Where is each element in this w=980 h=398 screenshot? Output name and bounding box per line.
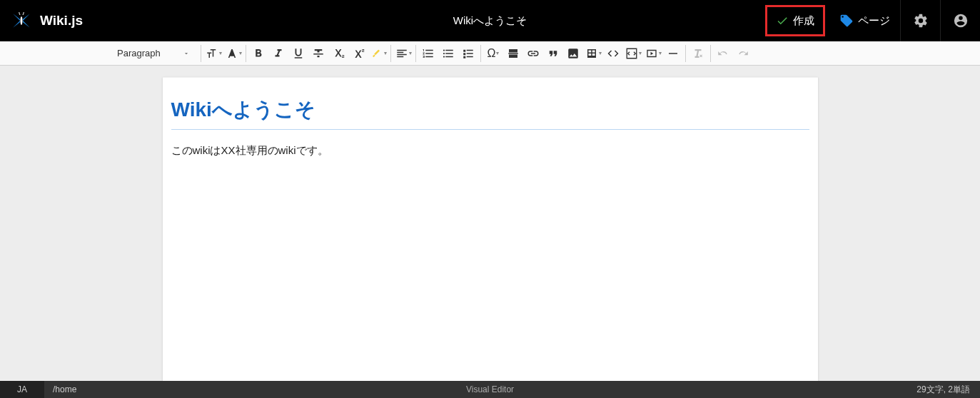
chevron-down-icon: ▾ <box>384 50 387 56</box>
chevron-down-icon: ▾ <box>496 50 499 56</box>
app-header: Wiki.js Wikiへようこそ 作成 ページ <box>0 0 980 41</box>
undo-button[interactable] <box>713 44 733 63</box>
page-title: Wikiへようこそ <box>453 14 527 28</box>
separator <box>480 45 481 62</box>
font-icon <box>226 47 238 60</box>
butterfly-icon <box>10 9 33 32</box>
create-button-label: 作成 <box>793 14 814 28</box>
image-icon <box>567 47 580 60</box>
underline-button[interactable] <box>288 44 308 63</box>
status-stats: 29文字, 2単語 <box>916 384 980 396</box>
unordered-list-button[interactable] <box>438 44 458 63</box>
separator <box>415 45 416 62</box>
align-button[interactable]: ▾ <box>393 44 413 63</box>
bold-icon <box>252 47 265 60</box>
chevron-down-icon: ▾ <box>659 50 662 56</box>
page-break-button[interactable] <box>503 44 523 63</box>
chevron-down-icon <box>183 50 190 57</box>
marker-icon <box>370 47 383 60</box>
ordered-list-button[interactable] <box>418 44 438 63</box>
italic-button[interactable] <box>268 44 288 63</box>
page-break-icon <box>507 47 520 60</box>
superscript-button[interactable] <box>348 44 368 63</box>
strike-icon <box>312 47 325 60</box>
table-icon <box>585 47 598 60</box>
chevron-down-icon: ▾ <box>219 50 222 56</box>
media-button[interactable]: ▾ <box>643 44 663 63</box>
hr-icon <box>667 47 680 60</box>
svg-point-0 <box>21 16 23 25</box>
status-mode: Visual Editor <box>466 384 514 394</box>
tag-icon <box>839 14 854 28</box>
page-button[interactable]: ページ <box>829 5 900 36</box>
redo-icon <box>737 47 749 60</box>
header-actions: 作成 ページ <box>765 0 980 41</box>
app-title: Wiki.js <box>40 13 83 29</box>
quote-button[interactable] <box>543 44 563 63</box>
status-path[interactable]: /home <box>44 384 76 394</box>
ordered-list-icon <box>422 47 435 60</box>
todo-list-button[interactable] <box>458 44 478 63</box>
font-size-button[interactable]: ▾ <box>203 44 223 63</box>
paragraph-select[interactable]: Paragraph <box>107 41 198 66</box>
settings-button[interactable] <box>900 0 940 41</box>
code-block-icon <box>625 47 638 60</box>
separator <box>685 45 686 62</box>
media-icon <box>645 47 658 60</box>
link-button[interactable] <box>523 44 543 63</box>
chevron-down-icon: ▾ <box>239 50 242 56</box>
image-button[interactable] <box>563 44 583 63</box>
chevron-down-icon: ▾ <box>639 50 642 56</box>
create-button[interactable]: 作成 <box>765 5 825 36</box>
content-body[interactable]: このwikiはXX社専用のwikiです。 <box>171 144 809 158</box>
subscript-button[interactable] <box>328 44 348 63</box>
separator <box>246 45 246 62</box>
strike-button[interactable] <box>308 44 328 63</box>
table-button[interactable]: ▾ <box>583 44 603 63</box>
clear-format-icon <box>692 47 704 60</box>
separator <box>710 45 711 62</box>
paragraph-select-label: Paragraph <box>117 48 161 58</box>
logo-area: Wiki.js <box>0 9 83 32</box>
separator <box>390 45 391 62</box>
code-icon <box>607 47 620 60</box>
highlight-button[interactable]: ▾ <box>368 44 388 63</box>
account-icon <box>953 13 969 29</box>
hr-button[interactable] <box>663 44 683 63</box>
gear-icon <box>913 13 929 29</box>
font-size-icon <box>206 47 218 60</box>
status-bar: JA /home Visual Editor 29文字, 2単語 <box>0 381 980 398</box>
editor-area: Wikiへようこそ このwikiはXX社専用のwikiです。 <box>0 66 980 381</box>
separator <box>201 45 201 62</box>
align-left-icon <box>395 47 408 60</box>
underline-icon <box>292 47 305 60</box>
code-button[interactable] <box>603 44 623 63</box>
status-lang[interactable]: JA <box>0 381 44 398</box>
chevron-down-icon: ▾ <box>599 50 602 56</box>
bold-button[interactable] <box>248 44 268 63</box>
unordered-list-icon <box>442 47 455 60</box>
redo-button[interactable] <box>733 44 753 63</box>
font-family-button[interactable]: ▾ <box>223 44 243 63</box>
superscript-icon <box>352 47 365 60</box>
todo-list-icon <box>462 47 475 60</box>
special-char-button[interactable]: Ω▾ <box>483 44 503 63</box>
link-icon <box>527 47 540 60</box>
editor-paper[interactable]: Wikiへようこそ このwikiはXX社専用のwikiです。 <box>163 77 818 381</box>
editor-toolbar: Paragraph ▾ ▾ ▾ ▾ Ω▾ ▾ ▾ ▾ <box>0 41 980 66</box>
quote-icon <box>547 47 560 60</box>
code-block-button[interactable]: ▾ <box>623 44 643 63</box>
italic-icon <box>272 47 285 60</box>
account-button[interactable] <box>940 0 980 41</box>
subscript-icon <box>332 47 345 60</box>
content-heading[interactable]: Wikiへようこそ <box>171 96 809 130</box>
undo-icon <box>717 47 729 60</box>
page-button-label: ページ <box>858 14 890 28</box>
clear-format-button[interactable] <box>688 44 708 63</box>
check-icon <box>776 14 789 27</box>
chevron-down-icon: ▾ <box>409 50 412 56</box>
